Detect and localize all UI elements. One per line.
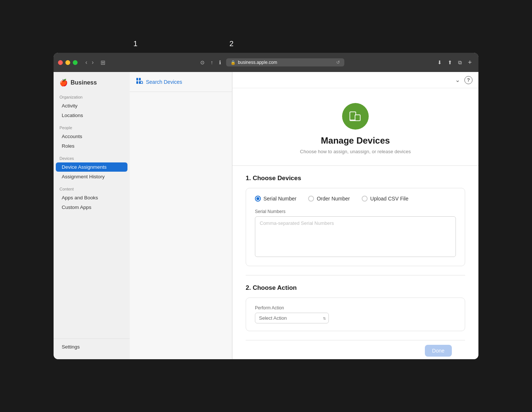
section-label-content: Content (54, 185, 130, 193)
radio-serial-label: Serial Number (263, 196, 296, 202)
minimize-button[interactable] (65, 60, 70, 65)
radio-serial-circle (255, 196, 261, 202)
section2-title: 2. Choose Action (246, 284, 465, 292)
action-select[interactable]: Select Action Assign to MDM Unassign fro… (255, 313, 329, 323)
svg-line-5 (143, 83, 143, 84)
bottom-toolbar: Done (246, 340, 465, 359)
section-divider (246, 275, 465, 275)
serial-numbers-label: Serial Numbers (255, 209, 456, 214)
sidebar-item-locations[interactable]: Locations (56, 111, 127, 120)
svg-rect-7 (350, 112, 355, 120)
radio-order-label: Order Number (317, 196, 349, 202)
sidebar-item-custom-apps[interactable]: Custom Apps (56, 203, 127, 212)
sidebar-item-accounts[interactable]: Accounts (56, 132, 127, 141)
lock-icon: 🔒 (231, 60, 236, 65)
add-tab-button[interactable]: + (466, 59, 474, 66)
sidebar-section-devices: Devices Device Assignments Assignment Hi… (54, 154, 130, 182)
section-label-people: People (54, 123, 130, 131)
radio-csv-circle (362, 196, 368, 202)
svg-rect-2 (136, 81, 138, 84)
svg-rect-9 (355, 115, 360, 120)
close-button[interactable] (58, 60, 63, 65)
help-button[interactable]: ? (464, 76, 473, 84)
sidebar-bottom: Settings (54, 339, 130, 355)
search-devices-icon (136, 77, 143, 86)
panel-top-controls: ⌄ ? (232, 72, 478, 88)
titlebar: ‹ › ⊞ ⊙ ↑ ℹ 🔒 business.apple.com ↺ (54, 53, 478, 72)
share-button[interactable]: ⬆ (446, 58, 454, 66)
download-button[interactable]: ⬇ (435, 58, 444, 66)
radio-order-circle (308, 196, 314, 202)
hero-title: Manage Devices (321, 135, 390, 146)
form-area: 1. Choose Devices Serial Number (232, 166, 478, 359)
select-wrapper: Select Action Assign to MDM Unassign fro… (255, 313, 329, 323)
svg-rect-0 (136, 78, 138, 80)
hero-section: Manage Devices Choose how to assign, una… (232, 88, 478, 166)
reload-button[interactable]: ↺ (336, 60, 340, 65)
brand-name: Business (71, 79, 97, 86)
sidebar-item-settings[interactable]: Settings (56, 342, 127, 351)
forward-button[interactable]: › (90, 58, 95, 66)
sidebar-toggle-button[interactable]: ⊞ (99, 58, 107, 67)
section-label-devices: Devices (54, 154, 130, 162)
choose-devices-section: Serial Number Order Number Upload CSV Fi… (246, 188, 465, 266)
sidebar-item-roles[interactable]: Roles (56, 141, 127, 151)
search-devices-input[interactable] (146, 79, 226, 85)
brand-area: 🍎 Business (54, 76, 130, 93)
toolbar-icon-2[interactable]: ↑ (208, 58, 215, 66)
sidebar-item-assignment-history[interactable]: Assignment History (56, 172, 127, 181)
perform-action-label: Perform Action (255, 305, 456, 310)
chevron-down-button[interactable]: ⌄ (454, 76, 461, 84)
sidebar-section-content: Content Apps and Books Custom Apps (54, 185, 130, 212)
section-label-organization: Organization (54, 93, 130, 101)
radio-serial-number[interactable]: Serial Number (255, 196, 296, 202)
sidebar-item-apps-and-books[interactable]: Apps and Books (56, 193, 127, 202)
sidebar-item-device-assignments[interactable]: Device Assignments (56, 162, 127, 172)
sidebar-section-organization: Organization Activity Locations (54, 93, 130, 120)
duplicate-button[interactable]: ⧉ (456, 58, 464, 67)
sidebar-section-people: People Accounts Roles (54, 123, 130, 151)
search-panel (130, 72, 232, 359)
choose-action-section: Perform Action Select Action Assign to M… (246, 298, 465, 331)
done-button[interactable]: Done (425, 345, 452, 357)
sidebar: 🍎 Business Organization Activity Locatio… (54, 72, 130, 359)
svg-rect-1 (139, 78, 141, 80)
maximize-button[interactable] (73, 60, 78, 65)
url-text: business.apple.com (238, 60, 277, 65)
back-button[interactable]: ‹ (83, 58, 89, 66)
radio-csv-label: Upload CSV File (370, 196, 409, 202)
search-bar (130, 72, 232, 92)
annotation-1: 1 (133, 40, 137, 48)
traffic-lights (58, 60, 78, 65)
radio-csv-file[interactable]: Upload CSV File (362, 196, 409, 202)
sidebar-item-activity[interactable]: Activity (56, 101, 127, 110)
toolbar-icon-1[interactable]: ⊙ (198, 58, 207, 66)
toolbar-icon-3[interactable]: ℹ (217, 58, 223, 66)
hero-subtitle: Choose how to assign, unassign, or relea… (300, 149, 411, 154)
url-bar: 🔒 business.apple.com ↺ (226, 58, 344, 66)
manage-devices-icon (342, 103, 369, 130)
detail-panel: ⌄ ? (232, 72, 478, 359)
radio-group: Serial Number Order Number Upload CSV Fi… (255, 196, 456, 202)
content-panel: ⌄ ? (130, 72, 478, 359)
section1-title: 1. Choose Devices (246, 175, 465, 182)
annotation-2: 2 (229, 40, 233, 48)
serial-numbers-textarea[interactable] (255, 216, 456, 257)
radio-order-number[interactable]: Order Number (308, 196, 349, 202)
apple-logo-icon: 🍎 (59, 79, 68, 87)
